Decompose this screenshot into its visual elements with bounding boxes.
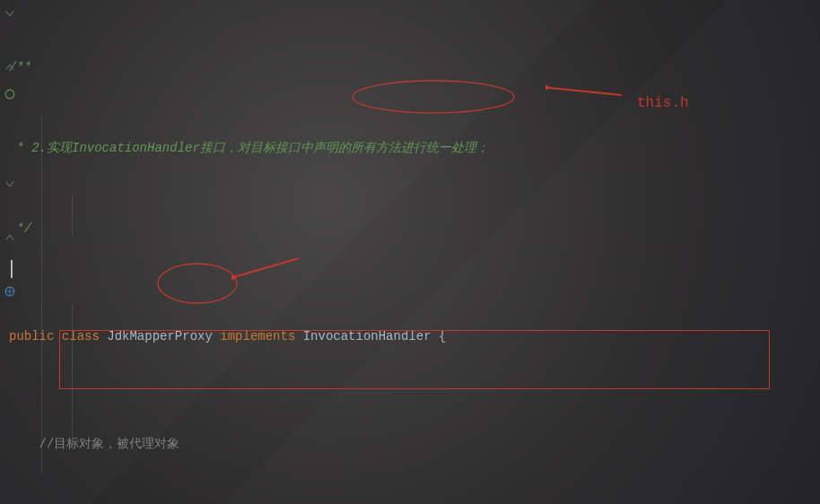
doc-body: * 2.实现InvocationHandler接口，对目标接口中声明的所有方法进… bbox=[9, 141, 489, 155]
comment: //目标对象，被代理对象 bbox=[39, 437, 180, 451]
code-line[interactable]: /** bbox=[9, 54, 665, 81]
gutter-fold-icon[interactable] bbox=[4, 7, 16, 20]
svg-point-0 bbox=[5, 90, 14, 99]
code-area[interactable]: /** * 2.实现InvocationHandler接口，对目标接口中声明的所… bbox=[9, 0, 665, 504]
code-editor[interactable]: /** * 2.实现InvocationHandler接口，对目标接口中声明的所… bbox=[0, 0, 820, 504]
gutter-override-icon[interactable] bbox=[4, 88, 16, 100]
gutter-fold-icon[interactable] bbox=[4, 178, 16, 190]
gutter-fold-icon[interactable] bbox=[4, 61, 16, 74]
gutter bbox=[0, 0, 20, 504]
code-line[interactable]: */ bbox=[9, 215, 665, 242]
code-line[interactable]: * 2.实现InvocationHandler接口，对目标接口中声明的所有方法进… bbox=[9, 135, 665, 161]
gutter-implements-icon[interactable] bbox=[4, 285, 16, 298]
gutter-fold-icon[interactable] bbox=[4, 231, 16, 244]
annotation-label: this.h bbox=[637, 90, 689, 117]
code-line[interactable]: //目标对象，被代理对象 bbox=[9, 430, 665, 457]
annotation-box bbox=[59, 330, 770, 389]
